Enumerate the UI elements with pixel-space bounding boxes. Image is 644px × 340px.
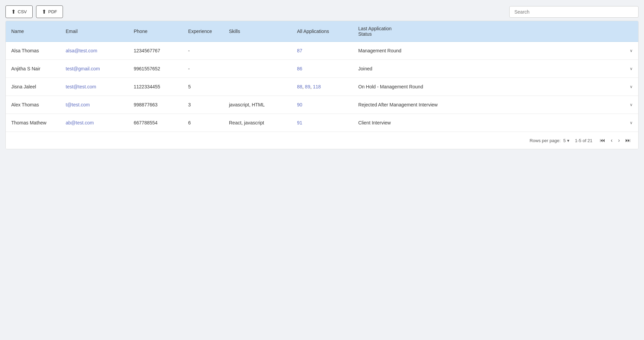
candidates-table-container: Name Email Phone Experience Skills All A… [5,21,639,149]
export-buttons: ⬆ CSV ⬆ PDF [5,5,63,18]
application-link[interactable]: 87 [297,48,302,53]
page-navigation: ⏮ ‹ › ⏭ [598,136,633,145]
cell-email[interactable]: test@gmail.com [60,60,128,78]
cell-experience: - [183,42,224,60]
cell-email[interactable]: alsa@test.com [60,42,128,60]
cell-status[interactable]: On Hold - Management Round∨ [353,78,638,96]
status-text: Client Interview [358,120,391,125]
cell-phone: 667788554 [128,114,183,132]
cell-name: Thomas Mathew [6,114,60,132]
status-chevron-icon[interactable]: ∨ [630,120,633,125]
cell-applications[interactable]: 91 [292,114,353,132]
prev-page-button[interactable]: ‹ [609,136,614,145]
pdf-button[interactable]: ⬆ PDF [36,5,63,18]
cell-name: Alex Thomas [6,96,60,114]
email-link[interactable]: t@test.com [66,102,90,107]
cell-email[interactable]: test@test.com [60,78,128,96]
cell-name: Anjitha S Nair [6,60,60,78]
last-page-button[interactable]: ⏭ [623,136,633,145]
header-name: Name [6,21,60,42]
table-row: Jisna Jaleeltest@test.com1122334455588, … [6,78,638,96]
header-phone: Phone [128,21,183,42]
cell-skills: React, javascript [224,114,292,132]
table-row: Thomas Mathewab@test.com6677885546React,… [6,114,638,132]
cell-phone: 1234567767 [128,42,183,60]
status-text: Joined [358,66,372,71]
cell-email[interactable]: ab@test.com [60,114,128,132]
candidates-table: Name Email Phone Experience Skills All A… [6,21,638,132]
cell-skills [224,42,292,60]
next-page-button[interactable]: › [616,136,622,145]
pagination-row: Rows per page: 5 ▾ 1-5 of 21 ⏮ ‹ › ⏭ [6,132,638,149]
header-experience: Experience [183,21,224,42]
application-link[interactable]: 89 [305,84,310,89]
table-row: Alex Thomast@test.com9988776633javascrip… [6,96,638,114]
cell-status[interactable]: Management Round∨ [353,42,638,60]
cell-applications[interactable]: 88, 89, 118 [292,78,353,96]
header-email: Email [60,21,128,42]
rows-per-page-section: Rows per page: 5 ▾ [530,138,569,143]
cell-applications[interactable]: 87 [292,42,353,60]
status-text: Management Round [358,48,401,53]
rows-per-page-label: Rows per page: [530,138,561,143]
cell-experience: 5 [183,78,224,96]
cell-experience: - [183,60,224,78]
search-input[interactable] [509,6,639,18]
cell-name: Jisna Jaleel [6,78,60,96]
cell-phone: 9961557652 [128,60,183,78]
cell-phone: 1122334455 [128,78,183,96]
rows-per-page-chevron: ▾ [567,138,569,143]
email-link[interactable]: test@test.com [66,84,96,89]
status-chevron-icon[interactable]: ∨ [630,48,633,53]
table-body: Alsa Thomasalsa@test.com1234567767-87Man… [6,42,638,132]
csv-upload-icon: ⬆ [11,8,16,15]
first-page-button[interactable]: ⏮ [598,136,607,145]
cell-status[interactable]: Rejected After Management Interview∨ [353,96,638,114]
rows-per-page-value: 5 [563,138,566,143]
pdf-label: PDF [48,9,57,14]
status-chevron-icon[interactable]: ∨ [630,102,633,107]
cell-applications[interactable]: 86 [292,60,353,78]
header-skills: Skills [224,21,292,42]
csv-label: CSV [18,9,27,14]
cell-status[interactable]: Client Interview∨ [353,114,638,132]
status-chevron-icon[interactable]: ∨ [630,84,633,89]
pdf-upload-icon: ⬆ [42,8,46,15]
cell-applications[interactable]: 90 [292,96,353,114]
cell-phone: 998877663 [128,96,183,114]
cell-experience: 6 [183,114,224,132]
email-link[interactable]: alsa@test.com [66,48,97,53]
toolbar: ⬆ CSV ⬆ PDF [5,5,639,18]
email-link[interactable]: ab@test.com [66,120,94,125]
rows-per-page-select[interactable]: 5 ▾ [563,138,569,143]
csv-button[interactable]: ⬆ CSV [5,5,33,18]
cell-status[interactable]: Joined∨ [353,60,638,78]
cell-skills [224,78,292,96]
table-row: Anjitha S Nairtest@gmail.com9961557652-8… [6,60,638,78]
application-link[interactable]: 118 [313,84,321,89]
cell-skills [224,60,292,78]
header-row: Name Email Phone Experience Skills All A… [6,21,638,42]
table-header: Name Email Phone Experience Skills All A… [6,21,638,42]
cell-email[interactable]: t@test.com [60,96,128,114]
header-all-applications: All Applications [292,21,353,42]
table-row: Alsa Thomasalsa@test.com1234567767-87Man… [6,42,638,60]
status-chevron-icon[interactable]: ∨ [630,66,633,71]
page-info: 1-5 of 21 [575,138,592,143]
status-text: Rejected After Management Interview [358,102,437,107]
application-link[interactable]: 88 [297,84,302,89]
header-last-application-status: Last ApplicationStatus [353,21,638,42]
email-link[interactable]: test@gmail.com [66,66,100,71]
status-text: On Hold - Management Round [358,84,423,89]
cell-skills: javascript, HTML [224,96,292,114]
application-link[interactable]: 86 [297,66,302,71]
cell-name: Alsa Thomas [6,42,60,60]
cell-experience: 3 [183,96,224,114]
application-link[interactable]: 90 [297,102,302,107]
application-link[interactable]: 91 [297,120,302,125]
